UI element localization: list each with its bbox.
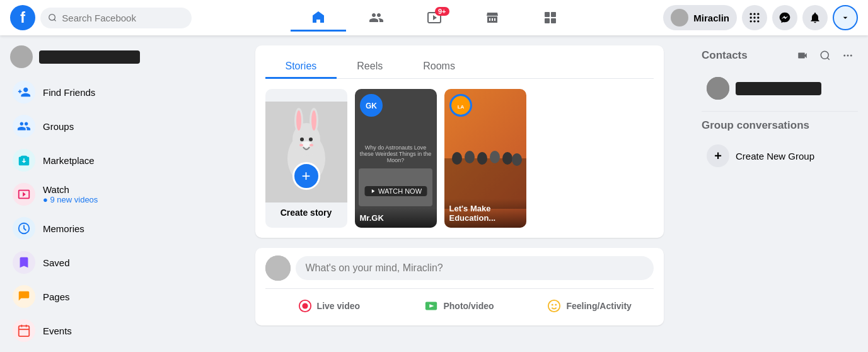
- sidebar-label-saved: Saved: [43, 257, 70, 268]
- sidebar-item-find-friends[interactable]: Find Friends: [5, 76, 222, 109]
- create-story-plus-button[interactable]: +: [292, 162, 320, 190]
- sidebar-label-memories: Memories: [43, 223, 84, 234]
- contact-item-1[interactable]: ████████████: [702, 73, 858, 103]
- svg-point-15: [753, 20, 755, 22]
- create-story-card[interactable]: + Create story: [265, 89, 347, 228]
- tab-rooms[interactable]: Rooms: [403, 56, 475, 79]
- watch-sidebar-icon: [17, 187, 31, 201]
- friends-sidebar-icon: [17, 85, 31, 99]
- nav-home-button[interactable]: [291, 4, 346, 32]
- sidebar-item-groups[interactable]: Groups: [5, 110, 222, 143]
- contacts-header: Contacts: [702, 45, 858, 66]
- story-mrgk-label: Mr.GK: [360, 213, 384, 223]
- nav-watch-button[interactable]: 9+: [407, 4, 462, 32]
- svg-point-9: [753, 13, 755, 15]
- marketplace-icon: [485, 10, 500, 25]
- left-sidebar: Miraclin Find Friends Groups Marketplace: [0, 35, 227, 352]
- svg-point-49: [548, 300, 560, 312]
- facebook-logo: f: [10, 5, 35, 30]
- svg-point-27: [311, 110, 316, 131]
- svg-text:LA: LA: [457, 104, 464, 110]
- svg-point-43: [512, 153, 522, 166]
- sidebar-item-pages[interactable]: Pages: [5, 280, 222, 313]
- sidebar-user-profile[interactable]: Miraclin: [5, 40, 222, 73]
- sidebar-item-memories[interactable]: Memories: [5, 212, 222, 245]
- sidebar-user-name: Miraclin: [39, 50, 140, 64]
- live-video-button[interactable]: Live video: [265, 294, 393, 318]
- svg-point-42: [502, 152, 512, 165]
- video-call-icon: [797, 50, 808, 61]
- groups-icon: [543, 10, 558, 25]
- svg-point-57: [707, 77, 729, 100]
- create-new-group-button[interactable]: + Create New Group: [702, 139, 858, 172]
- svg-point-45: [302, 303, 308, 308]
- grid-menu-button[interactable]: [742, 5, 767, 30]
- sidebar-item-events[interactable]: Events: [5, 314, 222, 347]
- sidebar-item-watch[interactable]: Watch ● 9 new videos: [5, 178, 222, 211]
- feeling-activity-label: Feeling/Activity: [566, 301, 631, 311]
- svg-point-0: [49, 15, 55, 21]
- svg-point-51: [555, 304, 557, 306]
- nav-marketplace-button[interactable]: [465, 4, 520, 32]
- story-education[interactable]: LA: [444, 89, 526, 228]
- group-conversations-title: Group conversations: [702, 119, 858, 132]
- svg-text:GK: GK: [366, 102, 377, 110]
- svg-point-54: [843, 55, 845, 57]
- chevron-down-icon: [840, 13, 850, 23]
- nav-groups-button[interactable]: [523, 4, 578, 32]
- main-layout: Miraclin Find Friends Groups Marketplace: [0, 35, 868, 352]
- feeling-activity-button[interactable]: Feeling/Activity: [526, 294, 654, 318]
- svg-point-14: [750, 20, 752, 22]
- photo-video-button[interactable]: Photo/video: [395, 294, 523, 318]
- center-feed: Stories Reels Rooms: [245, 35, 674, 352]
- search-input[interactable]: [62, 13, 184, 23]
- video-call-button[interactable]: [792, 45, 813, 66]
- saved-sidebar-icon: [17, 255, 31, 269]
- svg-marker-3: [433, 15, 437, 20]
- nav-friends-button[interactable]: [349, 4, 404, 32]
- notifications-button[interactable]: [802, 5, 828, 30]
- nav-right: Miraclin: [653, 5, 858, 30]
- post-user-avatar: [265, 255, 291, 281]
- svg-rect-6: [545, 18, 550, 23]
- sidebar-label-watch: Watch: [43, 184, 98, 195]
- top-navigation: f 9+ Miraclin: [0, 0, 868, 35]
- watch-sidebar-icon-container: [13, 183, 35, 206]
- user-name-chip: Miraclin: [693, 13, 729, 23]
- story-education-avatar: LA: [449, 94, 472, 117]
- svg-point-12: [753, 16, 755, 18]
- more-contacts-icon: [842, 50, 854, 61]
- svg-point-28: [300, 138, 304, 141]
- story-mrgk-text: Why do Astronauts Love these Weirdest Th…: [355, 142, 437, 166]
- sidebar-item-marketplace[interactable]: Marketplace: [5, 144, 222, 177]
- mrgk-avatar-img: GK: [362, 96, 381, 115]
- sidebar-item-saved[interactable]: Saved: [5, 246, 222, 279]
- find-friends-icon-container: [13, 81, 35, 103]
- user-chip[interactable]: Miraclin: [663, 5, 737, 30]
- post-input-field[interactable]: [296, 256, 654, 280]
- pages-sidebar-icon: [17, 290, 31, 303]
- tab-stories[interactable]: Stories: [265, 56, 337, 79]
- dropdown-button[interactable]: [833, 5, 858, 30]
- tab-reels[interactable]: Reels: [337, 56, 403, 79]
- search-icon: [48, 13, 57, 23]
- contacts-more-button[interactable]: [838, 45, 858, 66]
- education-avatar-img: LA: [451, 96, 470, 115]
- sidebar-label-groups: Groups: [43, 121, 74, 132]
- svg-point-44: [265, 255, 291, 281]
- svg-point-56: [850, 55, 852, 57]
- messenger-button[interactable]: [772, 5, 797, 30]
- create-group-icon: +: [707, 144, 729, 167]
- memories-sidebar-icon-container: [13, 217, 35, 240]
- groups-sidebar-icon-container: [13, 115, 35, 138]
- watch-now-badge: WATCH NOW: [364, 186, 427, 196]
- svg-point-38: [452, 152, 462, 165]
- watch-badge: 9+: [435, 7, 449, 16]
- svg-line-1: [54, 20, 56, 21]
- svg-point-39: [465, 151, 475, 163]
- sidebar-label-pages: Pages: [43, 291, 70, 302]
- search-bar[interactable]: [40, 8, 192, 28]
- search-contacts-button[interactable]: [815, 45, 835, 66]
- story-mrgk[interactable]: GK Why do Astronauts Love these Weirdest…: [355, 89, 437, 228]
- post-box: Live video Photo/video Feeling/Activity: [255, 248, 664, 326]
